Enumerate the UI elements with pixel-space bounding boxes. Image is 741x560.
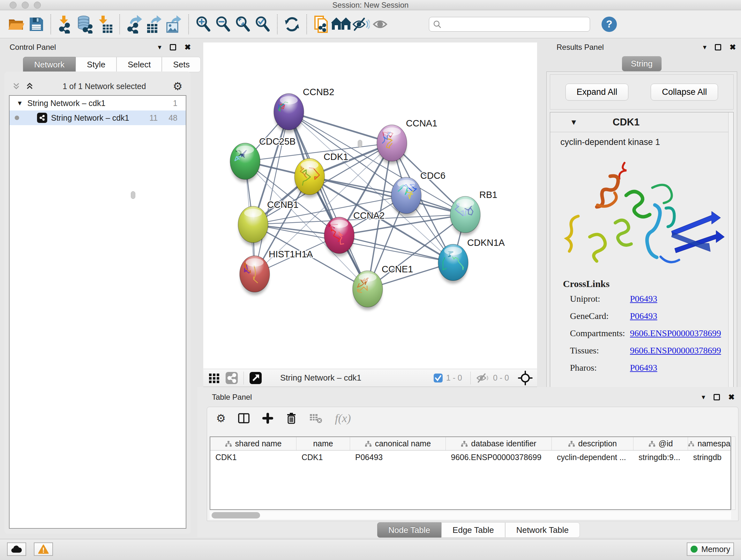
export-image-button[interactable] [164, 14, 184, 34]
clone-network-button[interactable] [312, 14, 331, 34]
save-session-button[interactable] [26, 14, 46, 34]
node-label-RB1: RB1 [479, 190, 497, 200]
export-table-button[interactable] [144, 14, 164, 34]
zoom-fit-button[interactable] [233, 14, 253, 34]
collapse-all-icon[interactable] [12, 82, 20, 90]
database-icon [76, 15, 95, 34]
detach-view-icon[interactable] [249, 371, 262, 385]
expand-all-button[interactable]: Expand All [565, 84, 629, 101]
network-edge-CCNB2-CCNA1[interactable] [289, 112, 392, 143]
column-header-name[interactable]: name [296, 437, 350, 450]
first-neighbors-button[interactable] [331, 14, 351, 34]
import-network-from-database-button[interactable] [75, 14, 95, 34]
panel-menu-icon[interactable]: ▾ [703, 43, 706, 51]
export-network-button[interactable] [125, 14, 144, 34]
maximize-window-icon[interactable] [34, 2, 41, 9]
import-network-from-file-button[interactable] [56, 14, 75, 34]
network-collection-row[interactable]: ▼ String Network – cdk1 1 [10, 96, 186, 111]
results-scrollbar[interactable] [728, 112, 733, 418]
scrollbar-thumb[interactable] [212, 512, 260, 518]
crosslink-uniprot[interactable]: P06493 [630, 294, 657, 304]
table-vertical-scrollbar[interactable] [731, 436, 736, 510]
tab-edge-table[interactable]: Edge Table [441, 522, 505, 538]
collapse-all-button[interactable]: Collapse All [651, 84, 718, 101]
show-all-button[interactable] [371, 14, 391, 34]
network-node-CDKN1A[interactable]: CDKN1A [438, 238, 505, 284]
network-share-view-icon[interactable] [225, 371, 239, 385]
import-table-icon [96, 15, 114, 34]
show-columns-icon[interactable] [238, 413, 250, 424]
column-header-canonical-name[interactable]: canonical name [350, 437, 446, 450]
tab-string[interactable]: String [622, 56, 662, 71]
section-expander-icon[interactable]: ▼ [570, 118, 578, 127]
crosslink-tissues[interactable]: 9606.ENSP00000378699 [630, 346, 721, 356]
float-panel-icon[interactable] [170, 44, 176, 51]
grid-view-icon[interactable] [208, 372, 220, 384]
tab-style[interactable]: Style [76, 57, 117, 72]
close-panel-icon[interactable]: ✖ [185, 43, 191, 52]
table-cell: stringdb:9... [633, 450, 688, 464]
crosslink-genecard[interactable]: P06493 [630, 311, 657, 321]
tab-select[interactable]: Select [117, 57, 162, 72]
tab-network-table[interactable]: Network Table [505, 522, 580, 538]
column-header-shared-name[interactable]: shared name [210, 437, 296, 450]
search-box[interactable] [429, 17, 590, 32]
hide-selected-button[interactable] [351, 14, 371, 34]
close-panel-icon[interactable]: ✖ [730, 43, 736, 52]
selected-checkbox-icon[interactable] [433, 373, 443, 383]
table-horizontal-scrollbar[interactable] [210, 511, 731, 519]
column-header-database-identifier[interactable]: database identifier [446, 437, 552, 450]
birdseye-crosshair-icon[interactable] [518, 371, 533, 385]
crosslink-pharos[interactable]: P06493 [630, 363, 657, 373]
zoom-selected-button[interactable] [253, 14, 273, 34]
open-session-button[interactable] [6, 14, 26, 34]
network-row[interactable]: String Network – cdk1 11 48 [10, 111, 186, 125]
delete-table-icon[interactable] [309, 413, 323, 424]
network-options-gear-icon[interactable]: ⚙ [173, 81, 183, 91]
column-header-namespace[interactable]: namespace [688, 437, 731, 450]
network-node-RB1[interactable]: RB1 [450, 190, 497, 236]
float-panel-icon[interactable] [714, 394, 720, 400]
column-header-description[interactable]: description [552, 437, 633, 450]
tab-node-table[interactable]: Node Table [377, 522, 441, 538]
warnings-button[interactable] [34, 543, 53, 556]
column-header--id[interactable]: @id [633, 437, 688, 450]
table-row[interactable]: CDK1CDK1P064939606.ENSP00000378699cyclin… [210, 450, 731, 464]
splitter-knob[interactable] [358, 140, 362, 147]
splitter-knob[interactable] [131, 191, 135, 199]
panel-menu-icon[interactable]: ▾ [158, 43, 161, 51]
tab-sets[interactable]: Sets [162, 57, 201, 72]
network-canvas[interactable]: CCNB2CCNA1CDC25BCDK1CDC6RB1CCNB1CCNA2CDK… [203, 43, 537, 369]
collection-expander-icon[interactable]: ▼ [17, 100, 23, 107]
refresh-view-button[interactable] [282, 14, 302, 34]
help-button[interactable]: ? [602, 17, 617, 32]
search-input[interactable] [441, 20, 582, 29]
table-header-row: shared namenamecanonical namedatabase id… [210, 437, 731, 450]
memory-button[interactable]: Memory [687, 543, 734, 556]
float-panel-icon[interactable] [715, 44, 721, 51]
import-table-from-file-button[interactable] [95, 14, 115, 34]
network-node-HIST1H1A[interactable]: HIST1H1A [240, 249, 313, 295]
node-label-CCNA1: CCNA1 [406, 118, 437, 128]
minimize-window-icon[interactable] [22, 2, 29, 9]
function-builder-button[interactable]: f(x) [335, 412, 351, 425]
gene-section-header[interactable]: ▼ CDK1 [550, 112, 733, 132]
crosslink-compartments[interactable]: 9606.ENSP00000378699 [630, 328, 721, 338]
network-view-toolbar: String Network – cdk1 1 - 0 0 - 0 [203, 369, 537, 387]
table-options-gear-icon[interactable]: ⚙ [216, 413, 226, 424]
expand-all-icon[interactable] [25, 82, 34, 90]
hidden-eye-slash-icon[interactable] [476, 372, 490, 384]
close-window-icon[interactable] [10, 2, 17, 9]
tab-network[interactable]: Network [23, 57, 76, 72]
cloud-status-button[interactable] [7, 543, 26, 556]
network-node-CDC6[interactable]: CDC6 [391, 171, 446, 216]
network-node-CCNE1[interactable]: CCNE1 [353, 264, 413, 310]
close-panel-icon[interactable]: ✖ [728, 393, 735, 401]
zoom-out-button[interactable] [213, 14, 233, 34]
panel-menu-icon[interactable]: ▾ [702, 393, 705, 401]
zoom-in-button[interactable] [193, 14, 213, 34]
add-column-icon[interactable] [262, 413, 273, 424]
network-edge-CCNA2-CDKN1A[interactable] [339, 235, 453, 262]
delete-column-trash-icon[interactable] [286, 412, 297, 424]
network-edge-CCNB2-CCNE1[interactable] [289, 112, 367, 289]
